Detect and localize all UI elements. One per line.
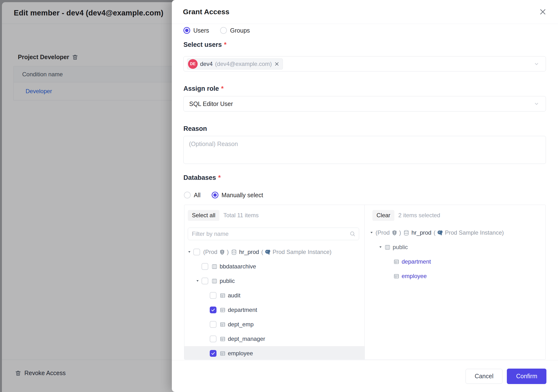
- select-users-input[interactable]: DE dev4 (dev4@example.com): [183, 56, 546, 71]
- selected-table-link[interactable]: department: [401, 258, 431, 265]
- radio-groups[interactable]: Groups: [220, 27, 250, 34]
- modal-footer: Cancel Confirm: [172, 360, 558, 392]
- caret-down-icon[interactable]: [188, 251, 191, 253]
- checkbox-hr_prod[interactable]: [193, 249, 200, 255]
- radio-all-circle: [184, 192, 191, 198]
- modal-title: Grant Access: [183, 8, 229, 16]
- table-icon: [393, 259, 400, 265]
- assign-role-value: SQL Editor User: [189, 100, 233, 107]
- required-asterisk: *: [218, 174, 221, 181]
- user-chip-name: dev4: [200, 61, 213, 67]
- radio-manually-select[interactable]: Manually select: [212, 192, 263, 199]
- user-chip-email: (dev4@example.com): [215, 61, 272, 67]
- selected-tree: (Prod ) hr_prod ( Prod Sample Instance) …: [365, 226, 545, 283]
- selected-count-text: 2 items selected: [398, 212, 440, 219]
- required-asterisk: *: [224, 41, 227, 48]
- radio-all-label: All: [194, 192, 201, 199]
- tree-row-table-dept_manager[interactable]: dept_manager: [184, 332, 365, 346]
- tree-row-schema-public[interactable]: public: [184, 274, 365, 288]
- selected-row-table-department[interactable]: department: [365, 254, 545, 269]
- select-all-button[interactable]: Select all: [188, 210, 219, 221]
- schema-name: public: [393, 244, 408, 251]
- caret-down-icon[interactable]: [196, 279, 199, 282]
- user-chip: DE dev4 (dev4@example.com): [187, 58, 283, 70]
- selected-table-link[interactable]: employee: [401, 273, 427, 279]
- caret-down-icon[interactable]: [379, 246, 382, 249]
- instance-prefix: (: [434, 229, 436, 236]
- checkbox-dept_manager[interactable]: [210, 336, 217, 342]
- radio-manual-label: Manually select: [222, 192, 263, 199]
- tree-row-table-audit[interactable]: audit: [184, 288, 365, 303]
- database-icon: [403, 230, 409, 236]
- table-icon: [220, 307, 226, 313]
- radio-all-databases[interactable]: All: [184, 192, 201, 199]
- database-picker: Select all Total 11 items (Prod: [184, 205, 546, 360]
- instance-prefix: (: [261, 249, 263, 255]
- picker-source-panel: Select all Total 11 items (Prod: [184, 205, 365, 359]
- checkbox-bbdataarchive[interactable]: [201, 263, 208, 270]
- shield-alert-icon: [219, 249, 225, 255]
- tree-row-table-department[interactable]: department: [184, 303, 365, 317]
- table-icon: [220, 293, 226, 299]
- selected-panel-header: Clear 2 items selected: [372, 210, 540, 221]
- table-icon: [220, 350, 226, 357]
- source-panel-header: Select all Total 11 items: [188, 210, 359, 221]
- table-name: department: [228, 306, 257, 313]
- clear-button[interactable]: Clear: [372, 210, 394, 221]
- remove-user-icon[interactable]: [274, 61, 279, 67]
- table-name: employee: [228, 350, 253, 357]
- tree-row-table-employee[interactable]: employee: [184, 346, 365, 360]
- assign-role-label: Assign role*: [183, 85, 224, 92]
- shield-alert-icon: [392, 230, 398, 236]
- grant-access-modal: Grant Access Users Groups Select users* …: [172, 0, 558, 392]
- env-suffix: ): [227, 249, 229, 255]
- source-tree: (Prod ) hr_prod ( Prod Sample Instance): [184, 245, 365, 360]
- caret-down-icon[interactable]: [370, 231, 373, 234]
- reason-textarea[interactable]: [183, 136, 546, 164]
- radio-users-label: Users: [193, 27, 209, 34]
- filter-input[interactable]: [188, 231, 359, 237]
- schema-icon: [211, 278, 218, 284]
- database-icon: [231, 249, 237, 255]
- checkbox-department-checked[interactable]: [210, 306, 217, 313]
- check-icon: [211, 307, 216, 312]
- schema-name: public: [220, 278, 235, 284]
- radio-users[interactable]: Users: [183, 27, 209, 34]
- check-icon: [211, 351, 216, 356]
- selected-row-table-employee[interactable]: employee: [365, 269, 545, 283]
- picker-selected-panel: Clear 2 items selected (Prod ) hr_prod (: [365, 205, 545, 359]
- env-prefix: (Prod: [203, 249, 218, 255]
- tree-row-table-dept_emp[interactable]: dept_emp: [184, 317, 365, 332]
- required-asterisk: *: [221, 85, 224, 92]
- tree-row-schema-bbdataarchive[interactable]: bbdataarchive: [184, 259, 365, 274]
- database-name: hr_prod: [411, 229, 432, 236]
- databases-label: Databases*: [183, 174, 221, 182]
- radio-groups-circle: [220, 27, 227, 34]
- selected-row-database-hr_prod[interactable]: (Prod ) hr_prod ( Prod Sample Instance): [365, 226, 545, 240]
- schema-name: bbdataarchive: [220, 263, 256, 270]
- table-icon: [220, 336, 226, 342]
- tree-row-database-hr_prod[interactable]: (Prod ) hr_prod ( Prod Sample Instance): [184, 245, 365, 259]
- postgresql-icon: [437, 230, 443, 236]
- checkbox-employee-checked[interactable]: [210, 350, 217, 357]
- assign-role-select[interactable]: SQL Editor User: [183, 96, 546, 112]
- screen: Edit member - dev4 (dev4@example.com) Pr…: [0, 0, 558, 392]
- close-icon[interactable]: [539, 8, 547, 16]
- filter-field: [188, 228, 359, 240]
- checkbox-public[interactable]: [201, 278, 208, 284]
- reason-label: Reason: [183, 125, 207, 132]
- checkbox-audit[interactable]: [210, 292, 217, 299]
- total-items-text: Total 11 items: [223, 212, 259, 219]
- confirm-button[interactable]: Confirm: [507, 369, 546, 384]
- selected-row-schema-public[interactable]: public: [365, 240, 545, 254]
- instance-name: Prod Sample Instance): [272, 249, 331, 255]
- env-prefix: (Prod: [375, 229, 390, 236]
- table-icon: [220, 322, 226, 328]
- postgresql-icon: [265, 249, 271, 255]
- table-name: dept_emp: [228, 321, 254, 328]
- checkbox-dept_emp[interactable]: [210, 321, 217, 328]
- cancel-button[interactable]: Cancel: [466, 369, 503, 384]
- target-type-radio-group: Users Groups: [183, 26, 250, 35]
- schema-icon: [384, 244, 391, 250]
- radio-users-circle: [183, 27, 190, 34]
